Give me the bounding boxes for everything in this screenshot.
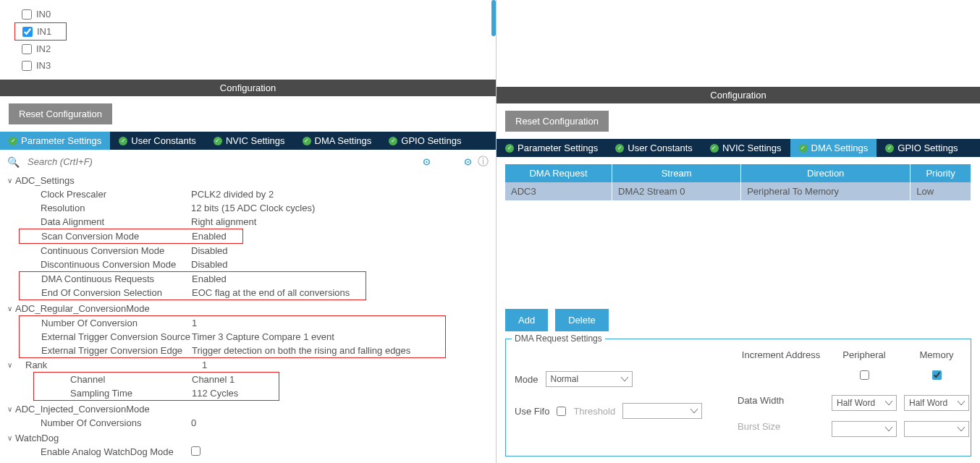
tab-nvic-settings-r[interactable]: ✓NVIC Settings xyxy=(701,139,790,157)
right-panel: Configuration Reset Configuration ✓Param… xyxy=(497,0,980,463)
memory-header: Memory xyxy=(904,349,969,360)
peripheral-header: Peripheral xyxy=(832,349,897,360)
prop-ext-trigger-source[interactable]: External Trigger Conversion SourceTimer … xyxy=(20,330,445,344)
check-icon: ✓ xyxy=(799,144,808,153)
search-input[interactable] xyxy=(25,154,417,169)
info-icon[interactable]: ⓘ xyxy=(478,155,489,169)
prop-ext-trigger-edge[interactable]: External Trigger Conversion EdgeTrigger … xyxy=(20,344,445,357)
section-adc-regular-header[interactable]: ∨ADC_Regular_ConversionMode xyxy=(7,302,489,315)
tab-dma-settings-r[interactable]: ✓DMA Settings xyxy=(790,139,877,157)
data-width-memory-select[interactable]: Half Word xyxy=(904,395,969,411)
reset-configuration-button[interactable]: Reset Configuration xyxy=(9,103,112,124)
check-icon: ✓ xyxy=(615,144,624,153)
use-fifo-label: Use Fifo xyxy=(515,406,549,417)
prop-resolution[interactable]: Resolution12 bits (15 ADC Clock cycles) xyxy=(19,201,489,215)
channel-in3-checkbox[interactable] xyxy=(22,61,32,71)
delete-button[interactable]: Delete xyxy=(555,309,609,331)
dma-request-settings-fieldset: DMA Request Settings Mode Normal Use Fif… xyxy=(505,339,971,456)
mode-select[interactable]: Normal xyxy=(546,371,633,387)
th-priority[interactable]: Priority xyxy=(911,164,971,182)
channel-in2[interactable]: IN2 xyxy=(14,41,481,57)
threshold-label: Threshold xyxy=(573,406,615,417)
channel-in3-label: IN3 xyxy=(36,60,51,71)
tab-gpio-settings[interactable]: ✓GPIO Settings xyxy=(380,132,470,150)
data-width-label: Data Width xyxy=(738,395,824,411)
rank-header[interactable]: ∨Rank1 xyxy=(19,358,489,372)
search-row: 🔍 ⊙ ⊙ ⓘ xyxy=(0,150,496,174)
prop-injected-num-conversions[interactable]: Number Of Conversions0 xyxy=(19,416,489,430)
tab-user-constants-r[interactable]: ✓User Constants xyxy=(607,139,701,157)
burst-size-label: Burst Size xyxy=(738,421,824,437)
prop-eoc-selection[interactable]: End Of Conversion SelectionEOC flag at t… xyxy=(20,286,366,300)
watchdog-checkbox[interactable] xyxy=(191,446,200,456)
increment-peripheral-checkbox[interactable] xyxy=(860,370,869,380)
channel-in1[interactable]: IN1 xyxy=(14,22,67,41)
left-reset-row: Reset Configuration xyxy=(0,96,496,132)
section-adc-injected-header[interactable]: ∨ADC_Injected_ConversionMode xyxy=(7,402,489,416)
prop-scan-conversion-mode[interactable]: Scan Conversion ModeEnabled xyxy=(19,229,243,244)
channel-in0[interactable]: IN0 xyxy=(14,6,481,22)
search-icon: 🔍 xyxy=(7,156,20,168)
section-adc-settings-header[interactable]: ∨ADC_Settings xyxy=(7,174,489,187)
tab-dma-settings[interactable]: ✓DMA Settings xyxy=(294,132,381,150)
scrollbar-thumb[interactable] xyxy=(491,0,496,36)
prop-data-alignment[interactable]: Data AlignmentRight alignment xyxy=(19,215,489,229)
channel-in2-label: IN2 xyxy=(36,43,51,54)
burst-size-peripheral-select[interactable] xyxy=(832,421,897,437)
chevron-down-icon: ∨ xyxy=(7,434,12,442)
right-tabs: ✓Parameter Settings ✓User Constants ✓NVI… xyxy=(497,139,980,157)
increment-label: Increment Address xyxy=(738,349,824,360)
channel-in0-checkbox[interactable] xyxy=(22,9,32,20)
dma-table-row[interactable]: ADC3 DMA2 Stream 0 Peripheral To Memory … xyxy=(505,182,971,200)
tab-parameter-settings-r[interactable]: ✓Parameter Settings xyxy=(497,139,607,157)
prop-dma-continuous-requests[interactable]: DMA Continuous RequestsEnabled xyxy=(20,272,366,286)
prop-enable-analog-watchdog[interactable]: Enable Analog WatchDog Mode xyxy=(19,445,489,459)
parameter-tree: ∨ADC_Settings Clock PrescalerPCLK2 divid… xyxy=(0,174,496,463)
prop-sampling-time[interactable]: Sampling Time112 Cycles xyxy=(34,386,279,400)
prop-discontinuous-conversion-mode[interactable]: Discontinuous Conversion ModeDisabled xyxy=(19,258,489,271)
channel-list: IN0 IN1 IN2 IN3 xyxy=(0,0,496,80)
reset-configuration-button-right[interactable]: Reset Configuration xyxy=(505,111,609,132)
chevron-down-icon: ∨ xyxy=(7,305,12,313)
dma-table: DMA Request Stream Direction Priority AD… xyxy=(505,164,971,200)
check-icon: ✓ xyxy=(9,137,17,145)
check-icon: ✓ xyxy=(389,137,397,145)
use-fifo-checkbox[interactable] xyxy=(557,407,566,416)
check-icon: ✓ xyxy=(710,144,719,153)
th-direction[interactable]: Direction xyxy=(741,164,911,182)
section-watchdog-header[interactable]: ∨WatchDog xyxy=(7,431,489,445)
tab-parameter-settings[interactable]: ✓Parameter Settings xyxy=(0,132,110,150)
increment-memory-checkbox[interactable] xyxy=(932,370,942,380)
tab-nvic-settings[interactable]: ✓NVIC Settings xyxy=(205,132,294,150)
prop-clock-prescaler[interactable]: Clock PrescalerPCLK2 divided by 2 xyxy=(19,187,489,201)
section-adc-regular: ∨ADC_Regular_ConversionMode Number Of Co… xyxy=(7,302,489,401)
nav-prev-icon[interactable]: ⊙ xyxy=(423,156,431,167)
chevron-down-icon: ∨ xyxy=(7,361,12,369)
check-icon: ✓ xyxy=(303,137,311,145)
th-dma-request[interactable]: DMA Request xyxy=(505,164,612,182)
right-reset-row: Reset Configuration xyxy=(497,103,980,139)
data-width-peripheral-select[interactable]: Half Word xyxy=(832,395,897,411)
prop-channel[interactable]: ChannelChannel 1 xyxy=(34,373,279,386)
chevron-down-icon: ∨ xyxy=(7,177,12,184)
nav-next-icon[interactable]: ⊙ xyxy=(464,156,472,167)
burst-size-memory-select[interactable] xyxy=(904,421,969,437)
threshold-select[interactable] xyxy=(622,403,702,419)
section-watchdog: ∨WatchDog Enable Analog WatchDog Mode xyxy=(7,431,489,459)
channel-in0-label: IN0 xyxy=(36,9,51,20)
add-button[interactable]: Add xyxy=(505,309,548,331)
tab-user-constants[interactable]: ✓User Constants xyxy=(110,132,205,150)
channel-in2-checkbox[interactable] xyxy=(22,44,32,54)
prop-number-of-conversion[interactable]: Number Of Conversion1 xyxy=(20,316,445,330)
right-content: DMA Request Stream Direction Priority AD… xyxy=(497,157,980,463)
check-icon: ✓ xyxy=(885,144,894,153)
th-stream[interactable]: Stream xyxy=(612,164,741,182)
left-tabs: ✓Parameter Settings ✓User Constants ✓NVI… xyxy=(0,132,496,150)
fieldset-legend: DMA Request Settings xyxy=(512,334,605,344)
tab-gpio-settings-r[interactable]: ✓GPIO Settings xyxy=(876,139,966,157)
mode-label: Mode xyxy=(515,374,538,385)
channel-in1-checkbox[interactable] xyxy=(22,27,33,37)
prop-continuous-conversion-mode[interactable]: Continuous Conversion ModeDisabled xyxy=(19,244,489,258)
right-config-header: Configuration xyxy=(497,87,980,103)
channel-in3[interactable]: IN3 xyxy=(14,57,481,74)
